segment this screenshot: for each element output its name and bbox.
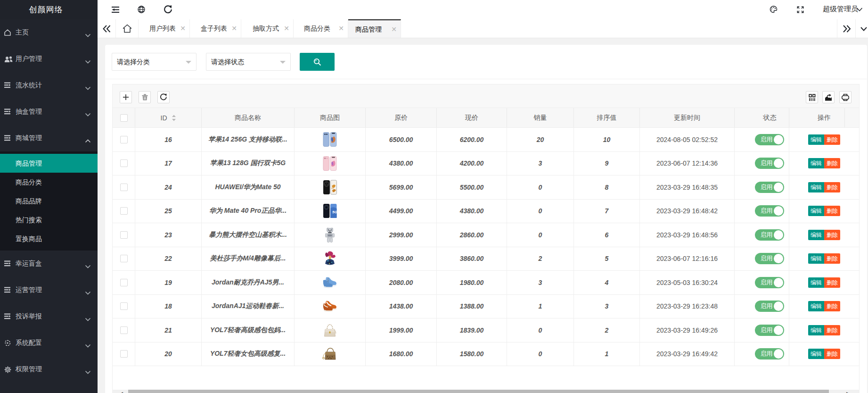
svg-text:5G: 5G (332, 210, 337, 214)
